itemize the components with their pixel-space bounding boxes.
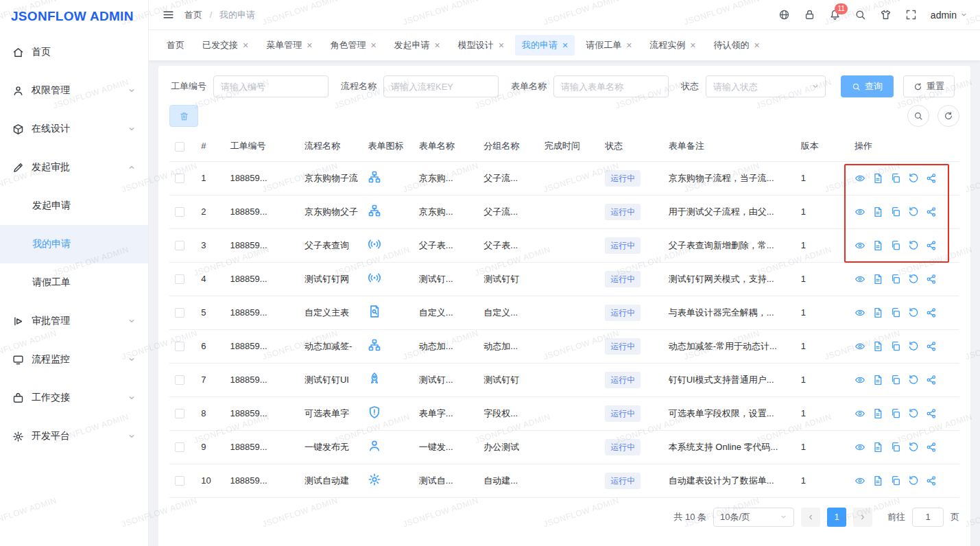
sidebar-subitem-4-1[interactable]: 发起申请	[0, 187, 148, 225]
share-icon[interactable]	[926, 442, 937, 453]
share-icon[interactable]	[926, 274, 937, 285]
copy-icon[interactable]	[890, 274, 901, 285]
eye-icon[interactable]	[854, 408, 865, 419]
row-checkbox[interactable]	[175, 241, 184, 250]
close-icon[interactable]: ×	[499, 40, 504, 50]
share-icon[interactable]	[926, 408, 937, 419]
tab-2[interactable]: 已发交接×	[195, 35, 255, 56]
file-icon[interactable]	[872, 475, 883, 486]
rollback-icon[interactable]	[908, 206, 919, 217]
file-icon[interactable]	[872, 240, 883, 251]
eye-icon[interactable]	[854, 475, 865, 486]
share-icon[interactable]	[926, 475, 937, 486]
rollback-icon[interactable]	[908, 408, 919, 419]
tab-10[interactable]: 待认领的×	[707, 35, 767, 56]
rollback-icon[interactable]	[908, 442, 919, 453]
eye-icon[interactable]	[854, 341, 865, 352]
file-icon[interactable]	[872, 274, 883, 285]
close-icon[interactable]: ×	[370, 40, 376, 50]
sidebar-subitem-4-2[interactable]: 我的申请	[0, 225, 148, 263]
copy-icon[interactable]	[890, 206, 901, 217]
file-icon[interactable]	[872, 307, 883, 318]
form-name-input[interactable]	[553, 75, 669, 97]
delete-button[interactable]	[169, 105, 198, 127]
next-page-button[interactable]	[853, 508, 872, 527]
row-checkbox[interactable]	[175, 375, 184, 385]
bell-icon[interactable]: 11	[829, 9, 841, 21]
prev-page-button[interactable]	[801, 508, 820, 527]
close-icon[interactable]: ×	[243, 40, 248, 50]
sidebar-item-1[interactable]: 首页	[0, 33, 148, 71]
file-icon[interactable]	[872, 341, 883, 352]
copy-icon[interactable]	[890, 442, 901, 453]
row-checkbox[interactable]	[175, 409, 184, 418]
search-icon[interactable]	[854, 9, 866, 21]
eye-icon[interactable]	[854, 206, 865, 217]
rollback-icon[interactable]	[908, 375, 919, 385]
rollback-icon[interactable]	[908, 475, 919, 486]
tab-9[interactable]: 流程实例×	[643, 35, 702, 56]
share-icon[interactable]	[926, 240, 937, 251]
file-icon[interactable]	[872, 206, 883, 217]
sidebar-item-6[interactable]: 流程监控	[0, 340, 148, 379]
row-checkbox[interactable]	[175, 174, 184, 183]
rollback-icon[interactable]	[908, 274, 919, 285]
rollback-icon[interactable]	[908, 173, 919, 184]
tab-1[interactable]: 首页	[160, 35, 191, 56]
row-checkbox[interactable]	[175, 476, 184, 486]
copy-icon[interactable]	[890, 173, 901, 184]
close-icon[interactable]: ×	[435, 40, 440, 50]
row-checkbox[interactable]	[175, 308, 184, 318]
breadcrumb-home[interactable]: 首页	[184, 10, 202, 20]
row-checkbox[interactable]	[175, 342, 184, 351]
sidebar-item-8[interactable]: 开发平台	[0, 417, 148, 455]
tab-6[interactable]: 模型设计×	[451, 35, 511, 56]
eye-icon[interactable]	[854, 173, 865, 184]
sidebar-item-2[interactable]: 权限管理	[0, 71, 148, 110]
tab-5[interactable]: 发起申请×	[387, 35, 447, 56]
eye-icon[interactable]	[854, 375, 865, 385]
lock-icon[interactable]	[804, 9, 815, 21]
copy-icon[interactable]	[890, 475, 901, 486]
copy-icon[interactable]	[890, 375, 901, 385]
select-all-checkbox[interactable]	[175, 142, 184, 152]
tab-8[interactable]: 请假工单×	[579, 35, 638, 56]
file-icon[interactable]	[872, 442, 883, 453]
refresh-button[interactable]	[937, 105, 959, 127]
page-size-select[interactable]: 10条/页	[713, 508, 794, 527]
sidebar-item-5[interactable]: 审批管理	[0, 302, 148, 340]
search-button[interactable]: 查询	[841, 75, 894, 97]
eye-icon[interactable]	[854, 240, 865, 251]
share-icon[interactable]	[926, 375, 937, 385]
reset-button[interactable]: 重置	[903, 75, 955, 97]
share-icon[interactable]	[926, 173, 937, 184]
sidebar-item-7[interactable]: 工作交接	[0, 379, 148, 417]
close-icon[interactable]: ×	[754, 40, 760, 50]
close-icon[interactable]: ×	[307, 40, 312, 50]
close-icon[interactable]: ×	[626, 40, 632, 50]
rollback-icon[interactable]	[908, 240, 919, 251]
sidebar-subitem-4-3[interactable]: 请假工单	[0, 263, 148, 302]
rollback-icon[interactable]	[908, 341, 919, 352]
tab-3[interactable]: 菜单管理×	[259, 35, 319, 56]
close-icon[interactable]: ×	[690, 40, 695, 50]
tab-4[interactable]: 角色管理×	[323, 35, 383, 56]
tab-7[interactable]: 我的申请×	[515, 35, 575, 56]
user-menu[interactable]: admin	[931, 10, 968, 21]
row-checkbox[interactable]	[175, 274, 184, 284]
search-toggle-button[interactable]	[907, 105, 929, 127]
file-icon[interactable]	[872, 173, 883, 184]
copy-icon[interactable]	[890, 240, 901, 251]
eye-icon[interactable]	[854, 307, 865, 318]
copy-icon[interactable]	[890, 307, 901, 318]
eye-icon[interactable]	[854, 274, 865, 285]
file-icon[interactable]	[872, 375, 883, 385]
menu-toggle-icon[interactable]	[163, 9, 174, 21]
share-icon[interactable]	[926, 341, 937, 352]
share-icon[interactable]	[926, 206, 937, 217]
theme-icon[interactable]	[880, 9, 892, 21]
share-icon[interactable]	[926, 307, 937, 318]
flow-key-input[interactable]	[383, 75, 499, 97]
eye-icon[interactable]	[854, 442, 865, 453]
globe-icon[interactable]	[778, 9, 790, 21]
